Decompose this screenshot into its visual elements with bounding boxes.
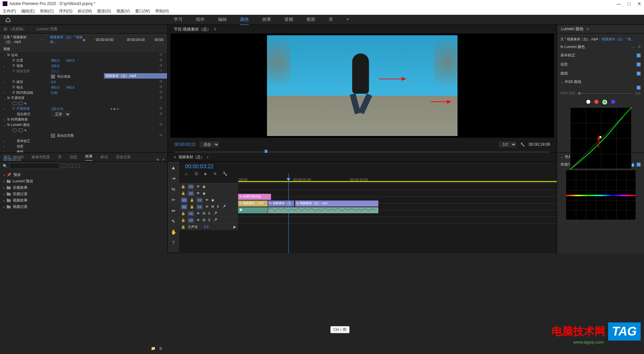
track-a2[interactable]: A2 <box>188 211 194 216</box>
minimize-button[interactable]: — <box>616 1 621 6</box>
ec-clip-bar[interactable]: 视频素材（总）.mp4 <box>104 73 167 79</box>
track-output-icon[interactable]: 👁 <box>197 185 200 188</box>
menu-clip[interactable]: 剪辑(C) <box>40 8 54 14</box>
lumetri-basic[interactable]: 基本校正 <box>560 53 575 58</box>
track-eye-icon[interactable]: ◉ <box>203 185 206 188</box>
position-y[interactable]: 540.0 <box>66 59 74 62</box>
folder-presets[interactable]: ›📌预设 <box>0 172 167 178</box>
type-tool[interactable]: T <box>170 240 176 246</box>
program-scale-select[interactable]: 1/2 <box>499 141 516 147</box>
close-button[interactable]: ✕ <box>637 1 641 6</box>
rotation-value[interactable]: 0.0 <box>51 80 56 84</box>
program-viewer[interactable] <box>170 34 554 138</box>
effects-search-input[interactable] <box>9 163 60 169</box>
rect-mask-icon[interactable] <box>19 102 23 105</box>
workspace-overflow[interactable]: » <box>346 14 349 25</box>
clip-a1a[interactable]: ▣ <box>238 207 268 213</box>
play-icon[interactable]: ▶ <box>83 38 86 42</box>
status-timecode[interactable]: 00:00:03:22 <box>3 158 21 162</box>
hue-sat-check[interactable] <box>637 163 641 167</box>
stopwatch-icon[interactable]: ⏱ <box>12 58 15 62</box>
menu-file[interactable]: 文件(F) <box>3 8 16 14</box>
workspace-effects[interactable]: 效果 <box>262 14 271 25</box>
tab-lumetri-scopes[interactable]: Lumetri 范围 <box>37 27 57 32</box>
ec-motion[interactable]: fx 运动 <box>7 53 51 57</box>
workspace-learn[interactable]: 学习 <box>174 14 182 25</box>
hand-tool[interactable]: ✋ <box>170 229 176 235</box>
ec-lumetri[interactable]: fx Lumetri 颜色 <box>7 123 51 127</box>
blend-mode-select[interactable]: 正常 <box>51 111 70 117</box>
mic-icon[interactable]: 🎤 <box>222 205 226 209</box>
workspace-audio[interactable]: 音频 <box>284 14 293 25</box>
timeline-ruler[interactable]: :00:00 00:00:05:00 00:00:10:00 <box>179 176 557 183</box>
pen-tool[interactable]: ✎ <box>170 219 176 225</box>
clip-v1c[interactable]: fx 视频素材（总）.mp4 <box>295 201 378 207</box>
snap-icon[interactable]: ⎄ <box>185 172 190 176</box>
folder-video-transitions[interactable]: ›视频过渡 <box>0 204 167 210</box>
menu-window[interactable]: 窗口(W) <box>135 8 150 14</box>
workspace-libraries[interactable]: 库 <box>329 14 333 25</box>
channel-red[interactable] <box>594 100 598 104</box>
wrench-icon[interactable]: 🔧 <box>223 172 227 176</box>
menu-view[interactable]: 视图(V) <box>116 8 130 14</box>
hdr-checkbox[interactable] <box>51 134 55 138</box>
reset-icon[interactable]: ↺ <box>159 53 164 57</box>
track-select-tool[interactable]: ⇥ <box>170 176 176 182</box>
filter-icon-2[interactable] <box>68 164 73 168</box>
channel-luma[interactable] <box>586 100 590 104</box>
wrench-icon[interactable]: 🔧 <box>520 142 525 147</box>
ec-opacity[interactable]: fx 不透明度 <box>7 96 51 100</box>
menu-edit[interactable]: 编辑(E) <box>21 8 35 14</box>
program-current-tc[interactable]: 00:00:03:22 <box>174 142 196 147</box>
timeline-timecode[interactable]: 00:00:03:22 <box>179 162 557 172</box>
ripple-tool[interactable]: ⇆ <box>170 186 176 192</box>
trash-icon[interactable]: 🗑 <box>159 346 163 351</box>
menu-marker[interactable]: 标记(M) <box>78 8 92 14</box>
settings-icon[interactable]: ⚙ <box>213 172 218 176</box>
lumetri-curves[interactable]: 曲线 <box>560 71 568 76</box>
hue-sat-graph[interactable] <box>566 170 636 220</box>
folder-video-effects[interactable]: ›视频效果 <box>0 197 167 204</box>
selection-tool[interactable]: ▲ <box>170 165 176 171</box>
folder-lumetri-presets[interactable]: ›Lumetri 预设 <box>0 178 167 184</box>
maximize-button[interactable]: □ <box>628 1 631 6</box>
rgb-curves-label[interactable]: RGB 曲线 <box>565 79 581 84</box>
loop-icon[interactable]: ⟲ <box>156 158 159 162</box>
channel-blue[interactable] <box>611 100 615 104</box>
program-fit-select[interactable]: 适合 <box>200 141 219 147</box>
workspace-editing[interactable]: 编辑 <box>218 14 227 25</box>
link-icon[interactable]: ⛓ <box>195 172 199 176</box>
menu-sequence[interactable]: 序列(S) <box>59 8 72 14</box>
reset-icon[interactable]: ↺ <box>638 45 641 49</box>
folder-new-icon[interactable]: 📁 <box>151 346 156 351</box>
home-icon[interactable] <box>0 15 16 25</box>
clip-subtitle[interactable]: fx 举例字幕内容 <box>238 194 271 200</box>
menu-graphics[interactable]: 图形(G) <box>97 8 111 14</box>
filter-icon-1[interactable] <box>62 164 66 168</box>
track-a3[interactable]: A3 <box>188 218 194 223</box>
pen-mask-icon[interactable]: ✎ <box>24 102 27 105</box>
ec-clip-name[interactable]: 视频素材（总）* 视频素... <box>50 35 83 44</box>
track-v2[interactable]: V2 <box>188 191 194 196</box>
track-v3[interactable]: V3 <box>188 184 194 189</box>
razor-tool[interactable]: ✂ <box>170 197 176 203</box>
workspace-graphics[interactable]: 图形 <box>307 14 315 25</box>
track-lock-icon[interactable]: 🔒 <box>181 185 185 188</box>
curves-graph[interactable] <box>570 107 632 169</box>
ec-timeremap[interactable]: fx 时间重映射 <box>7 117 51 122</box>
channel-green[interactable] <box>602 100 607 104</box>
curves-check[interactable] <box>637 72 641 76</box>
ellipse-mask-icon[interactable] <box>12 102 17 105</box>
track-a1[interactable]: A1 <box>197 205 203 209</box>
tab-source[interactable]: 源:（无剪辑） <box>3 27 26 32</box>
filter-icon-3[interactable] <box>75 164 80 168</box>
clip-a1b[interactable] <box>268 207 378 213</box>
marker-icon[interactable]: ◆ <box>204 172 209 176</box>
slip-tool[interactable]: ⇔ <box>170 208 176 214</box>
scale-value[interactable]: 100.0 <box>51 64 59 68</box>
uniform-scale-checkbox[interactable] <box>51 75 55 79</box>
workspace-color[interactable]: 颜色 <box>240 14 249 25</box>
workspace-assembly[interactable]: 组件 <box>196 14 205 25</box>
rgb-curves-check[interactable] <box>637 86 641 90</box>
clip-v1b[interactable]: fx 视频素材（总 <box>268 201 294 207</box>
